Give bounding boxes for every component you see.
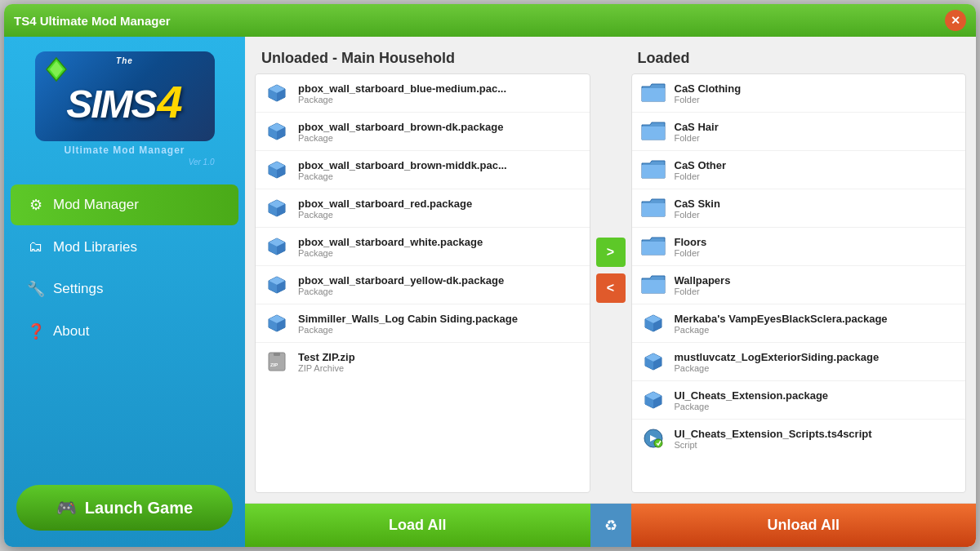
list-item[interactable]: pbox_wall_starboard_brown-dk.package Pac… bbox=[256, 113, 590, 151]
item-type: Folder bbox=[675, 95, 958, 104]
logo-sims-text: SIMS bbox=[66, 85, 155, 124]
unloaded-list[interactable]: pbox_wall_starboard_blue-medium.pac... P… bbox=[255, 73, 590, 493]
unload-all-button[interactable]: Unload All bbox=[631, 504, 977, 547]
sidebar-item-label-about: About bbox=[53, 323, 89, 340]
cube-svg-icon bbox=[265, 273, 288, 296]
folder-svg-icon bbox=[640, 158, 666, 181]
list-item[interactable]: pbox_wall_starboard_blue-medium.pac... P… bbox=[256, 74, 590, 113]
launch-game-button[interactable]: 🎮 Launch Game bbox=[16, 485, 233, 531]
item-text: Test ZIP.zip ZIP Archive bbox=[298, 351, 581, 373]
list-item[interactable]: Floors Folder bbox=[632, 228, 966, 266]
cube-svg-icon bbox=[642, 312, 665, 335]
item-text: CaS Clothing Folder bbox=[675, 82, 958, 104]
loaded-header: Loaded bbox=[631, 47, 967, 73]
item-name: CaS Clothing bbox=[675, 82, 958, 95]
list-item[interactable]: pbox_wall_starboard_brown-middk.pac... P… bbox=[256, 151, 590, 189]
item-name: CaS Skin bbox=[675, 198, 958, 210]
script-icon bbox=[640, 425, 666, 451]
zip-svg-icon: ZIP bbox=[265, 350, 288, 373]
package-icon bbox=[264, 157, 290, 183]
item-type: Package bbox=[298, 325, 581, 335]
list-item[interactable]: CaS Clothing Folder bbox=[632, 74, 966, 113]
cube-svg-icon bbox=[265, 120, 288, 143]
unloaded-column: Unloaded - Main Household bbox=[255, 47, 590, 493]
item-name: pbox_wall_starboard_brown-dk.package bbox=[298, 121, 581, 133]
item-text: CaS Other Folder bbox=[675, 159, 958, 181]
item-type: Package bbox=[675, 363, 958, 373]
sidebar-item-about[interactable]: ❓ About bbox=[11, 311, 238, 352]
launch-label: Launch Game bbox=[85, 499, 193, 518]
svg-rect-31 bbox=[274, 353, 280, 356]
item-type: Package bbox=[298, 133, 581, 143]
list-item[interactable]: CaS Skin Folder bbox=[632, 189, 966, 228]
transfer-column: > < bbox=[590, 47, 631, 493]
question-icon: ❓ bbox=[27, 322, 45, 340]
list-item[interactable]: ZIP Test ZIP.zip ZIP Archive bbox=[256, 343, 590, 380]
app-window: TS4 Ultimate Mod Manager ✕ The SIMS 4 bbox=[4, 4, 976, 547]
sidebar-item-label-mod-manager: Mod Manager bbox=[53, 197, 139, 213]
list-item[interactable]: CaS Hair Folder bbox=[632, 113, 966, 151]
sidebar-item-settings[interactable]: 🔧 Settings bbox=[11, 269, 238, 309]
item-name: CaS Hair bbox=[675, 121, 958, 133]
unload-button[interactable]: < bbox=[596, 273, 626, 303]
item-text: Merkaba's VampEyesBlackSclera.package Pa… bbox=[675, 313, 958, 335]
sidebar: The SIMS 4 Ultimate Mod Manager Ver 1.0 bbox=[4, 37, 245, 547]
item-text: pbox_wall_starboard_brown-middk.pac... P… bbox=[298, 159, 581, 181]
refresh-button[interactable]: ♻ bbox=[590, 504, 631, 547]
load-all-button[interactable]: Load All bbox=[245, 504, 590, 547]
load-button[interactable]: > bbox=[596, 238, 626, 267]
package-icon bbox=[264, 310, 290, 336]
svg-text:ZIP: ZIP bbox=[270, 362, 278, 367]
folder-icon bbox=[640, 195, 666, 221]
list-item[interactable]: Merkaba's VampEyesBlackSclera.package Pa… bbox=[632, 304, 966, 343]
package-icon bbox=[264, 272, 290, 298]
list-item[interactable]: CaS Other Folder bbox=[632, 151, 966, 189]
list-item[interactable]: UI_Cheats_Extension.package Package bbox=[632, 381, 966, 420]
list-item[interactable]: pbox_wall_starboard_white.package Packag… bbox=[256, 228, 590, 266]
list-item[interactable]: Simmiller_Walls_Log Cabin Siding.package… bbox=[256, 304, 590, 343]
folder-icon bbox=[640, 157, 666, 183]
item-name: Test ZIP.zip bbox=[298, 351, 581, 363]
folder-icon bbox=[640, 233, 666, 260]
list-item[interactable]: pbox_wall_starboard_yellow-dk.package Pa… bbox=[256, 266, 590, 304]
folder-icon bbox=[640, 80, 666, 106]
loaded-list[interactable]: CaS Clothing Folder bbox=[631, 73, 967, 493]
logo-the: The bbox=[116, 56, 133, 65]
sidebar-item-mod-manager[interactable]: ⚙ Mod Manager bbox=[11, 184, 238, 225]
item-name: Simmiller_Walls_Log Cabin Siding.package bbox=[298, 313, 581, 325]
list-item[interactable]: Wallpapers Folder bbox=[632, 266, 966, 304]
zip-icon: ZIP bbox=[264, 349, 290, 375]
item-name: Wallpapers bbox=[675, 274, 958, 287]
wrench-icon: 🔧 bbox=[27, 280, 45, 298]
item-text: pbox_wall_starboard_brown-dk.package Pac… bbox=[298, 121, 581, 143]
title-bar-text: TS4 Ultimate Mod Manager bbox=[14, 14, 945, 28]
launch-icon: 🎮 bbox=[56, 498, 77, 518]
sidebar-item-mod-libraries[interactable]: 🗂 Mod Libraries bbox=[11, 227, 238, 267]
list-item[interactable]: mustluvcatz_LogExteriorSiding.package Pa… bbox=[632, 343, 966, 381]
bottom-bar: Load All ♻ Unload All bbox=[245, 503, 976, 547]
folder-svg-icon bbox=[640, 82, 666, 104]
item-name: pbox_wall_starboard_red.package bbox=[298, 198, 581, 210]
item-text: pbox_wall_starboard_white.package Packag… bbox=[298, 236, 581, 258]
item-name: mustluvcatz_LogExteriorSiding.package bbox=[675, 351, 958, 363]
right-panel: Unloaded - Main Household bbox=[245, 37, 976, 547]
cube-svg-icon bbox=[265, 197, 288, 220]
sidebar-nav: ⚙ Mod Manager 🗂 Mod Libraries 🔧 Settings… bbox=[4, 175, 245, 477]
package-icon bbox=[264, 195, 290, 221]
item-name: pbox_wall_starboard_brown-middk.pac... bbox=[298, 159, 581, 171]
package-icon bbox=[640, 310, 666, 336]
cube-svg-icon bbox=[265, 312, 288, 335]
cube-svg-icon bbox=[642, 350, 665, 373]
list-item[interactable]: pbox_wall_starboard_red.package Package bbox=[256, 189, 590, 228]
item-type: Folder bbox=[675, 210, 958, 220]
item-text: UI_Cheats_Extension.package Package bbox=[675, 389, 958, 411]
close-button[interactable]: ✕ bbox=[945, 10, 966, 31]
item-text: Wallpapers Folder bbox=[675, 274, 958, 296]
script-svg-icon bbox=[642, 427, 665, 450]
item-type: ZIP Archive bbox=[298, 363, 581, 373]
list-item[interactable]: UI_Cheats_Extension_Scripts.ts4script Sc… bbox=[632, 420, 966, 457]
logo-4-text: 4 bbox=[158, 75, 183, 128]
cube-svg-icon bbox=[265, 158, 288, 181]
package-icon bbox=[264, 80, 290, 106]
item-name: pbox_wall_starboard_blue-medium.pac... bbox=[298, 82, 581, 95]
